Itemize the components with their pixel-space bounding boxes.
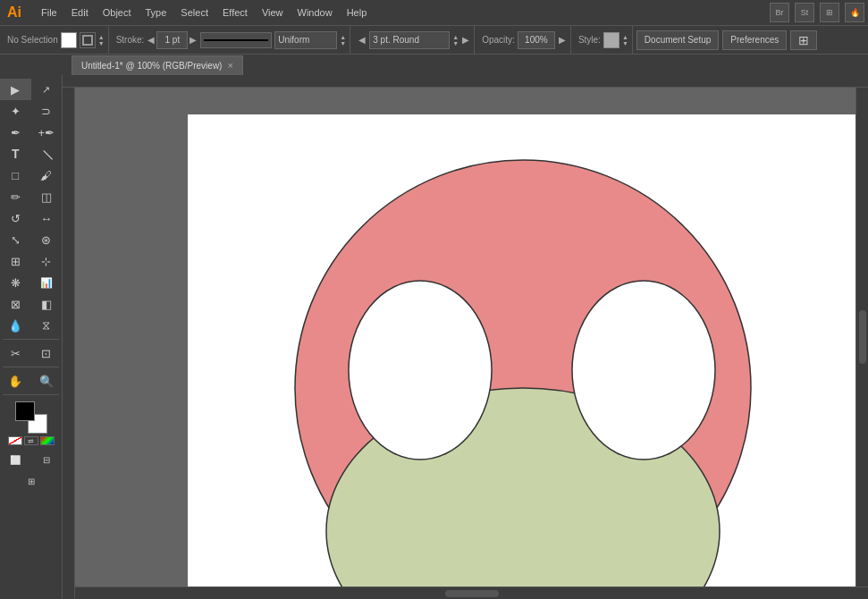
stroke-group: Stroke: ◀ ▶ Uniform ▲ ▼ — [113, 26, 351, 54]
horizontal-scrollbar[interactable] — [75, 586, 868, 599]
arrange-button[interactable]: ⊞ — [790, 30, 817, 50]
fill-stroke-swatches[interactable] — [15, 401, 47, 434]
tab-close-button[interactable]: × — [227, 60, 232, 71]
tool-separator — [3, 339, 58, 340]
tool-row-7: ↺ ↔ — [0, 207, 62, 229]
swap-colors[interactable]: ⇄ — [24, 436, 38, 445]
eraser-tool[interactable]: ◫ — [31, 186, 63, 207]
rotate-tool[interactable]: ↺ — [0, 207, 31, 229]
stroke-type-arrows[interactable]: ▲ ▼ — [340, 34, 346, 46]
reflect-tool[interactable]: ↔ — [31, 207, 63, 229]
stroke-label: Stroke: — [116, 35, 145, 45]
fill-color-swatch[interactable] — [15, 401, 35, 421]
magic-wand-tool[interactable]: ✦ — [0, 100, 31, 122]
tool-row-8: ⤡ ⊛ — [0, 229, 62, 250]
swatch-arrows[interactable]: ▲ ▼ — [98, 34, 105, 46]
puppet-warp-tool[interactable]: ⊹ — [31, 250, 63, 272]
hand-tool[interactable]: ✋ — [0, 370, 31, 392]
stock-icon[interactable]: St — [795, 3, 814, 22]
document-tab[interactable]: Untitled-1* @ 100% (RGB/Preview) × — [72, 55, 243, 75]
normal-mode[interactable]: ⬜ — [0, 449, 31, 470]
style-swatch[interactable] — [603, 32, 619, 48]
toolbox: ▶ ↗ ✦ ⊃ ✒ +✒ T | □ 🖌 ✏ ◫ ↺ ↔ ⤡ ⊛ — [0, 75, 63, 599]
color-area: ⇄ — [4, 398, 58, 449]
fill-swatch[interactable] — [61, 32, 77, 48]
tool-row-13: ✂ ⊡ — [0, 342, 62, 364]
tab-title: Untitled-1* @ 100% (RGB/Preview) — [81, 61, 222, 71]
tool-row-1: ▶ ↗ — [0, 79, 62, 100]
flame-icon[interactable]: 🔥 — [845, 3, 864, 22]
canvas-area[interactable] — [63, 75, 868, 599]
menu-view[interactable]: View — [255, 5, 291, 20]
color-icon[interactable] — [40, 436, 55, 445]
symbol-tool[interactable]: ❋ — [0, 272, 31, 293]
eyedropper-tool[interactable]: 💧 — [0, 315, 31, 336]
stroke-type-select[interactable]: Uniform — [274, 31, 337, 49]
artwork-canvas[interactable] — [116, 102, 868, 599]
menu-type[interactable]: Type — [139, 5, 174, 20]
stroke-size-arrows[interactable]: ▲ ▼ — [452, 34, 459, 46]
artboard-tool[interactable]: ⊡ — [31, 342, 63, 364]
menu-effect[interactable]: Effect — [215, 5, 255, 20]
left-eye[interactable] — [349, 281, 492, 460]
preferences-button[interactable]: Preferences — [722, 30, 787, 50]
lasso-tool[interactable]: ⊃ — [31, 100, 63, 122]
tool-separator-3 — [3, 394, 58, 395]
vertical-scrollbar[interactable] — [855, 88, 868, 586]
style-arrows[interactable]: ▲ ▼ — [622, 34, 628, 46]
opacity-input[interactable] — [518, 31, 555, 49]
doc-setup-button[interactable]: Document Setup — [636, 30, 720, 50]
tool-row-view: ⊞ — [0, 470, 62, 492]
bar-graph-tool[interactable]: 📊 — [31, 272, 63, 293]
stroke-value-box: ◀ ▶ — [147, 31, 198, 49]
mini-swatch-row: ⇄ — [8, 436, 55, 445]
draw-inside[interactable]: ⊟ — [31, 449, 63, 470]
blend-tool[interactable]: ⧖ — [31, 315, 63, 336]
menu-help[interactable]: Help — [340, 5, 375, 20]
mesh-tool[interactable]: ⊠ — [0, 293, 31, 315]
pen-tool[interactable]: ✒ — [0, 122, 31, 143]
menu-file[interactable]: File — [34, 5, 64, 20]
vertical-ruler — [63, 88, 75, 599]
selection-group: No Selection ▲ ▼ — [4, 26, 109, 54]
menu-edit[interactable]: Edit — [64, 5, 96, 20]
opacity-group: Opacity: ▶ — [478, 26, 571, 54]
rectangle-tool[interactable]: □ — [0, 165, 31, 186]
stroke-line-selector[interactable] — [200, 32, 272, 48]
tool-row-2: ✦ ⊃ — [0, 100, 62, 122]
stroke-size-up[interactable]: ▶ — [461, 35, 470, 45]
scale-tool[interactable]: ⤡ — [0, 229, 31, 250]
menu-object[interactable]: Object — [96, 5, 139, 20]
style-label: Style: — [578, 35, 601, 45]
gradient-tool[interactable]: ◧ — [31, 293, 63, 315]
right-eye[interactable] — [572, 281, 715, 460]
opacity-label: Opacity: — [482, 35, 515, 45]
free-transform-tool[interactable]: ⊞ — [0, 250, 31, 272]
view-mode[interactable]: ⊞ — [0, 470, 62, 492]
tool-row-4: T | — [0, 143, 62, 165]
pencil-tool[interactable]: ✏ — [0, 186, 31, 207]
tool-row-5: □ 🖌 — [0, 165, 62, 186]
opacity-expand[interactable]: ▶ — [558, 35, 567, 45]
menu-window[interactable]: Window — [291, 5, 340, 20]
direct-select-tool[interactable]: ↗ — [31, 79, 63, 100]
grid-icon[interactable]: ⊞ — [820, 3, 839, 22]
bridge-icon[interactable]: Br — [770, 3, 789, 22]
style-group: Style: ▲ ▼ — [575, 26, 633, 54]
zoom-tool[interactable]: 🔍 — [31, 370, 63, 392]
warp-tool[interactable]: ⊛ — [31, 229, 63, 250]
stroke-down[interactable]: ◀ — [147, 35, 156, 45]
stroke-size-down[interactable]: ◀ — [358, 35, 367, 45]
none-swatch[interactable] — [8, 436, 22, 445]
scissors-tool[interactable]: ✂ — [0, 342, 31, 364]
type-tool[interactable]: T — [0, 143, 31, 165]
stroke-size-group: ◀ 3 pt. Round ▲ ▼ ▶ — [354, 26, 475, 54]
menu-select[interactable]: Select — [173, 5, 215, 20]
stroke-up[interactable]: ▶ — [189, 35, 198, 45]
stroke-size-select[interactable]: 3 pt. Round — [369, 31, 450, 49]
tool-row-10: ❋ 📊 — [0, 272, 62, 293]
stroke-swatch[interactable] — [80, 32, 96, 48]
stroke-input[interactable] — [156, 31, 188, 49]
tool-row-9: ⊞ ⊹ — [0, 250, 62, 272]
select-tool[interactable]: ▶ — [0, 79, 31, 100]
